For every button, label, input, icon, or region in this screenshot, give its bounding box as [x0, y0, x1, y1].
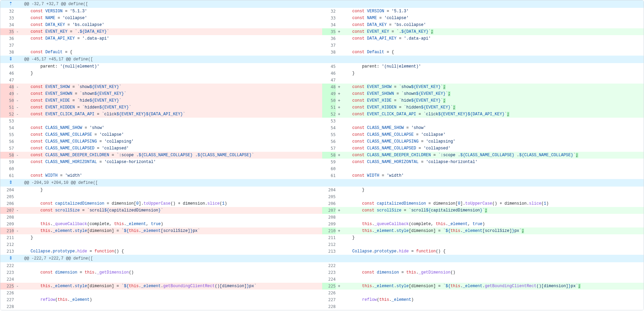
code-right[interactable]: const EVENT_HIDDEN = `hidden${EVENT_KEY}… — [343, 104, 644, 111]
code-right[interactable] — [343, 165, 644, 172]
code-right[interactable]: const EVENT_SHOWN = `shown${EVENT_KEY}`; — [343, 90, 644, 97]
code-left[interactable]: const EVENT_HIDDEN = `hidden${EVENT_KEY}… — [21, 104, 322, 111]
line-number-right[interactable]: 209 — [322, 221, 336, 227]
code-right[interactable]: const capitalizedDimension = dimension[0… — [343, 200, 644, 207]
code-right[interactable]: const EVENT_KEY = `.${DATA_KEY}`; — [343, 28, 644, 35]
expand-both-icon[interactable]: ⇕ — [9, 255, 13, 261]
line-number-right[interactable]: 56 — [322, 138, 336, 145]
line-number-right[interactable]: 224 — [322, 276, 336, 283]
code-left[interactable] — [21, 241, 322, 248]
line-number-left[interactable]: 213 — [0, 248, 14, 255]
line-number-right[interactable]: 47 — [322, 77, 336, 84]
line-number-left[interactable]: 35 — [0, 28, 14, 35]
code-right[interactable]: this._element.style[dimension] = `${this… — [343, 227, 644, 234]
line-number-left[interactable]: 60 — [0, 165, 14, 172]
line-number-right[interactable]: 32 — [322, 8, 336, 15]
line-number-left[interactable]: 57 — [0, 145, 14, 152]
line-number-right[interactable]: 49 — [322, 90, 336, 97]
code-left[interactable] — [21, 262, 322, 269]
code-right[interactable]: const CLASS_NAME_COLLAPSING = 'collapsin… — [343, 138, 644, 145]
code-left[interactable] — [21, 118, 322, 124]
line-number-right[interactable]: 206 — [322, 200, 336, 207]
expand-up-icon[interactable]: ⇡ — [9, 1, 13, 6]
code-right[interactable] — [343, 262, 644, 269]
code-left[interactable]: const WIDTH = 'width' — [21, 172, 322, 179]
line-number-right[interactable]: 208 — [322, 214, 336, 221]
line-number-right[interactable]: 50 — [322, 97, 336, 104]
line-number-left[interactable]: 45 — [0, 63, 14, 70]
line-number-left[interactable]: 61 — [0, 172, 14, 179]
line-number-left[interactable]: 225 — [0, 283, 14, 290]
code-left[interactable]: const DATA_API_KEY = '.data-api' — [21, 35, 322, 42]
code-left[interactable]: const scrollSize = `scroll${capitalizedD… — [21, 207, 322, 214]
code-left[interactable]: const CLASS_NAME_COLLAPSE = 'collapse' — [21, 131, 322, 138]
line-number-right[interactable]: 228 — [322, 303, 336, 310]
code-right[interactable]: const DATA_KEY = 'bs.collapse' — [343, 21, 644, 28]
code-right[interactable] — [343, 118, 644, 124]
line-number-left[interactable]: 48 — [0, 84, 14, 90]
line-number-right[interactable]: 211 — [322, 234, 336, 241]
line-number-right[interactable]: 52 — [322, 111, 336, 118]
line-number-left[interactable]: 224 — [0, 276, 14, 283]
code-right[interactable]: const EVENT_CLICK_DATA_API = `click${EVE… — [343, 111, 644, 118]
code-left[interactable]: const EVENT_HIDE = `hide${EVENT_KEY}` — [21, 97, 322, 104]
line-number-right[interactable]: 58 — [322, 152, 336, 159]
code-left[interactable] — [21, 77, 322, 84]
line-number-left[interactable]: 209 — [0, 221, 14, 227]
code-right[interactable]: const EVENT_HIDE = `hide${EVENT_KEY}`; — [343, 97, 644, 104]
code-right[interactable]: const dimension = this._getDimension() — [343, 269, 644, 276]
code-right[interactable]: const scrollSize = `scroll${capitalizedD… — [343, 207, 644, 214]
code-left[interactable]: const DATA_KEY = 'bs.collapse' — [21, 21, 322, 28]
code-left[interactable]: this._element.style[dimension] = `${this… — [21, 227, 322, 234]
code-left[interactable]: const EVENT_SHOWN = `shown${EVENT_KEY}` — [21, 90, 322, 97]
line-number-left[interactable]: 53 — [0, 118, 14, 124]
line-number-right[interactable]: 34 — [322, 21, 336, 28]
code-left[interactable] — [21, 290, 322, 296]
code-right[interactable]: this._element.style[dimension] = `${this… — [343, 283, 644, 290]
code-left[interactable]: this._element.style[dimension] = `${this… — [21, 283, 322, 290]
line-number-right[interactable]: 54 — [322, 124, 336, 131]
code-left[interactable]: parent: '(null|element)' — [21, 63, 322, 70]
code-right[interactable]: const VERSION = '5.1.3' — [343, 8, 644, 15]
line-number-left[interactable]: 55 — [0, 131, 14, 138]
line-number-right[interactable]: 59 — [322, 159, 336, 165]
line-number-left[interactable]: 51 — [0, 104, 14, 111]
line-number-left[interactable]: 212 — [0, 241, 14, 248]
code-left[interactable]: this._queueCallback(complete, this._elem… — [21, 221, 322, 227]
line-number-right[interactable]: 205 — [322, 193, 336, 200]
code-left[interactable] — [21, 276, 322, 283]
code-left[interactable]: const CLASS_NAME_HORIZONTAL = 'collapse-… — [21, 159, 322, 165]
code-right[interactable]: const CLASS_NAME_DEEPER_CHILDREN = `:sco… — [343, 152, 644, 159]
code-left[interactable] — [21, 165, 322, 172]
line-number-right[interactable]: 36 — [322, 35, 336, 42]
code-right[interactable]: const CLASS_NAME_SHOW = 'show' — [343, 124, 644, 131]
line-number-right[interactable]: 57 — [322, 145, 336, 152]
code-right[interactable]: const DATA_API_KEY = '.data-api' — [343, 35, 644, 42]
code-left[interactable]: const EVENT_SHOW = `show${EVENT_KEY}` — [21, 84, 322, 90]
code-right[interactable] — [343, 290, 644, 296]
code-left[interactable]: const CLASS_NAME_DEEPER_CHILDREN = `:sco… — [21, 152, 322, 159]
line-number-right[interactable]: 38 — [322, 49, 336, 56]
line-number-right[interactable]: 51 — [322, 104, 336, 111]
line-number-right[interactable]: 37 — [322, 42, 336, 49]
code-left[interactable] — [21, 303, 322, 310]
code-right[interactable]: const NAME = 'collapse' — [343, 15, 644, 21]
line-number-left[interactable]: 50 — [0, 97, 14, 104]
line-number-right[interactable]: 213 — [322, 248, 336, 255]
line-number-right[interactable]: 225 — [322, 283, 336, 290]
code-right[interactable]: } — [343, 234, 644, 241]
line-number-right[interactable]: 53 — [322, 118, 336, 124]
code-right[interactable]: const CLASS_NAME_COLLAPSED = 'collapsed' — [343, 145, 644, 152]
code-left[interactable]: const VERSION = '5.1.3' — [21, 8, 322, 15]
line-number-left[interactable]: 38 — [0, 49, 14, 56]
line-number-left[interactable]: 37 — [0, 42, 14, 49]
code-left[interactable]: } — [21, 234, 322, 241]
code-right[interactable]: const CLASS_NAME_HORIZONTAL = 'collapse-… — [343, 159, 644, 165]
line-number-left[interactable]: 47 — [0, 77, 14, 84]
line-number-right[interactable]: 33 — [322, 15, 336, 21]
line-number-left[interactable]: 56 — [0, 138, 14, 145]
line-number-right[interactable]: 35 — [322, 28, 336, 35]
code-right[interactable] — [343, 77, 644, 84]
code-left[interactable]: const CLASS_NAME_COLLAPSED = 'collapsed' — [21, 145, 322, 152]
line-number-right[interactable]: 55 — [322, 131, 336, 138]
